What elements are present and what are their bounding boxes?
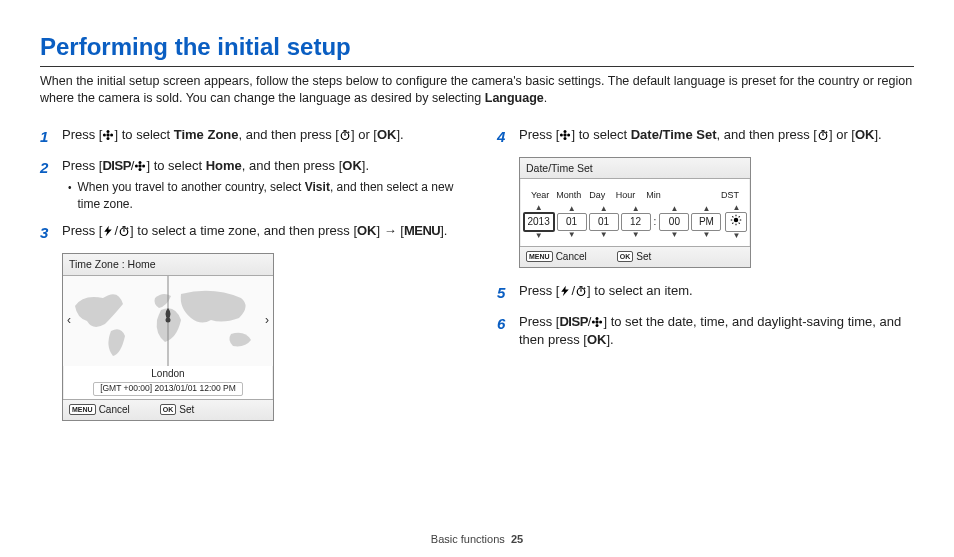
ok-set-button[interactable]: OKSet	[160, 403, 195, 417]
map-arrow-right[interactable]: ›	[265, 312, 269, 329]
page-footer: Basic functions 25	[0, 532, 954, 547]
step-2-sub: • When you travel to another country, se…	[68, 179, 457, 213]
timezone-gmt: [GMT +00:00] 2013/01/01 12:00 PM	[93, 382, 243, 396]
step-number: 4	[497, 126, 511, 147]
macro-icon	[134, 160, 146, 172]
timezone-panel: Time Zone : Home ‹ › London [G	[62, 253, 274, 421]
page-title: Performing the initial setup	[40, 30, 914, 64]
right-column: 4 Press [] to select Date/Time Set, and …	[497, 126, 914, 435]
datetime-labels: Year Month Day Hour Min DST	[528, 189, 742, 202]
world-map-graphic	[63, 276, 273, 366]
intro-text: When the initial setup screen appears, f…	[40, 73, 914, 108]
ok-icon: OK	[855, 127, 875, 142]
timer-icon	[817, 129, 829, 141]
flash-icon	[559, 285, 571, 297]
year-spinner[interactable]: ▲2013▼	[523, 204, 555, 240]
day-spinner[interactable]: ▲01▼	[589, 205, 619, 239]
flash-icon	[102, 225, 114, 237]
timezone-panel-title: Time Zone : Home	[63, 254, 273, 276]
dst-spinner[interactable]: ▲▼	[725, 204, 747, 240]
step-number: 3	[40, 222, 54, 243]
timer-icon	[575, 285, 587, 297]
svg-point-21	[166, 318, 171, 323]
step-number: 1	[40, 126, 54, 147]
timezone-city: London	[63, 366, 273, 381]
ok-icon: OK	[377, 127, 397, 142]
ampm-spinner[interactable]: ▲PM▼	[691, 205, 721, 239]
title-rule	[40, 66, 914, 67]
hour-spinner[interactable]: ▲12▼	[621, 205, 651, 239]
disp-icon: DISP	[102, 158, 130, 173]
ok-icon: OK	[587, 332, 607, 347]
menu-cancel-button[interactable]: MENUCancel	[69, 403, 130, 417]
macro-icon	[591, 316, 603, 328]
map-arrow-left[interactable]: ‹	[67, 312, 71, 329]
month-spinner[interactable]: ▲01▼	[557, 205, 587, 239]
step-1: 1 Press [] to select Time Zone, and then…	[40, 126, 457, 147]
menu-cancel-button[interactable]: MENUCancel	[526, 250, 587, 264]
left-column: 1 Press [] to select Time Zone, and then…	[40, 126, 457, 435]
timer-icon	[118, 225, 130, 237]
step-number: 6	[497, 313, 511, 349]
step-number: 5	[497, 282, 511, 303]
step-2: 2 Press [DISP/] to select Home, and then…	[40, 157, 457, 213]
timezone-map: ‹ ›	[63, 276, 273, 366]
step-5: 5 Press [/] to select an item.	[497, 282, 914, 303]
min-spinner[interactable]: ▲00▼	[659, 205, 689, 239]
ok-set-button[interactable]: OKSet	[617, 250, 652, 264]
ok-icon: OK	[357, 223, 377, 238]
datetime-panel-title: Date/Time Set	[520, 158, 750, 180]
datetime-panel: Date/Time Set Year Month Day Hour Min DS…	[519, 157, 751, 268]
step-number: 2	[40, 157, 54, 213]
step-3: 3 Press [/] to select a time zone, and t…	[40, 222, 457, 243]
macro-icon	[559, 129, 571, 141]
menu-icon: MENU	[404, 223, 440, 238]
step-6: 6 Press [DISP/] to set the date, time, a…	[497, 313, 914, 349]
timer-icon	[339, 129, 351, 141]
ok-icon: OK	[342, 158, 362, 173]
macro-icon	[102, 129, 114, 141]
disp-icon: DISP	[559, 314, 587, 329]
step-4: 4 Press [] to select Date/Time Set, and …	[497, 126, 914, 147]
sun-icon	[730, 214, 742, 226]
